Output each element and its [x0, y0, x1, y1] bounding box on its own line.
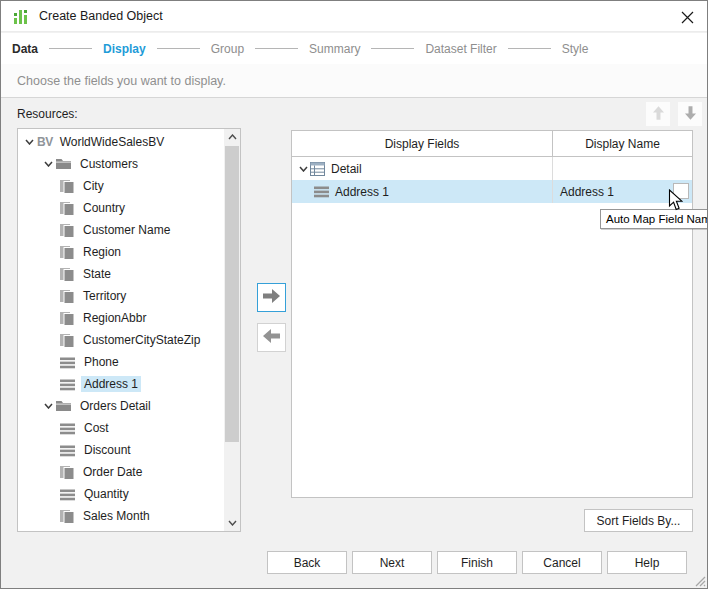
display-field-row-address-1[interactable]: Address 1Address 1: [292, 180, 692, 203]
chevron-down-icon[interactable]: [296, 166, 310, 172]
tree-item-label: Cost: [81, 420, 112, 436]
scroll-down-icon[interactable]: [224, 515, 240, 531]
display-name-cell[interactable]: Address 1: [553, 180, 692, 203]
step-separator: [255, 48, 298, 49]
detail-field-icon: [60, 444, 75, 457]
chevron-down-icon[interactable]: [41, 403, 56, 409]
dialog-title: Create Banded Object: [39, 9, 163, 23]
step-description-text: Choose the fields you want to display.: [17, 74, 226, 88]
dimension-field-icon: [60, 466, 74, 479]
resize-grip[interactable]: [694, 575, 706, 587]
tree-item-quantity[interactable]: Quantity: [18, 483, 224, 505]
detail-field-icon: [60, 378, 75, 391]
tree-item-label: Customers: [77, 156, 141, 172]
display-fields-table: Display Fields Display Name DetailAddres…: [291, 130, 693, 498]
tree-item-label: Quantity: [81, 486, 132, 502]
scrollbar-thumb[interactable]: [225, 146, 239, 442]
cancel-button[interactable]: Cancel: [522, 551, 602, 574]
tree-item-cost[interactable]: Cost: [18, 417, 224, 439]
close-icon[interactable]: [677, 7, 697, 27]
tree-item-region[interactable]: Region: [18, 241, 224, 263]
arrow-up-icon: [651, 105, 666, 124]
wizard-step-style[interactable]: Style: [562, 42, 589, 56]
tree-item-label: Discount: [81, 442, 134, 458]
detail-field-icon: [314, 185, 329, 198]
tree-item-address-1[interactable]: Address 1: [18, 373, 224, 395]
dimension-field-icon: [60, 290, 74, 303]
sort-fields-by-button[interactable]: Sort Fields By...: [584, 509, 693, 532]
wizard-step-data[interactable]: Data: [12, 42, 38, 56]
dimension-field-icon: [60, 334, 74, 347]
dimension-field-icon: [60, 180, 74, 193]
dimension-field-icon: [60, 312, 74, 325]
display-name-cell[interactable]: [553, 157, 692, 180]
tree-item-label: Territory: [80, 288, 129, 304]
tree-item-label: Order Date: [80, 464, 145, 480]
wizard-step-group[interactable]: Group: [211, 42, 244, 56]
arrow-right-icon: [262, 288, 281, 307]
tree-item-customer-name[interactable]: Customer Name: [18, 219, 224, 241]
tree-item-label: RegionAbbr: [80, 310, 149, 326]
tree-item-label: City: [80, 178, 107, 194]
move-down-button[interactable]: [678, 102, 702, 126]
display-field-row-detail[interactable]: Detail: [292, 157, 692, 180]
tree-item-orders-detail[interactable]: Orders Detail: [18, 395, 224, 417]
add-field-button[interactable]: [257, 283, 286, 312]
chevron-down-icon[interactable]: [22, 139, 37, 145]
tree-item-state[interactable]: State: [18, 263, 224, 285]
tree-item-city[interactable]: City: [18, 175, 224, 197]
back-button[interactable]: Back: [267, 551, 347, 574]
tree-scrollbar[interactable]: [224, 129, 240, 531]
folder-icon: [56, 400, 71, 412]
tree-item-label: CustomerCityStateZip: [80, 332, 203, 348]
step-description: Choose the fields you want to display.: [1, 64, 707, 98]
table-header-row: Display Fields Display Name: [292, 131, 692, 157]
dimension-field-icon: [60, 268, 74, 281]
display-field-cell: Detail: [292, 157, 553, 180]
arrow-left-icon: [262, 328, 281, 347]
tree-item-customercitystatezip[interactable]: CustomerCityStateZip: [18, 329, 224, 351]
help-button[interactable]: Help: [607, 551, 687, 574]
automap-tooltip: Auto Map Field Name: [600, 209, 708, 229]
step-separator: [157, 48, 200, 49]
tree-item-regionabbr[interactable]: RegionAbbr: [18, 307, 224, 329]
tree-item-sales-month[interactable]: Sales Month: [18, 505, 224, 527]
tree-item-label: State: [80, 266, 114, 282]
tree-item-label: Address 1: [81, 376, 141, 392]
tree-item-country[interactable]: Country: [18, 197, 224, 219]
step-separator: [49, 48, 92, 49]
wizard-step-summary[interactable]: Summary: [309, 42, 360, 56]
folder-icon: [56, 158, 71, 170]
tree-item-label: Customer Name: [80, 222, 173, 238]
wizard-step-display[interactable]: Display: [103, 42, 146, 56]
tree-item-discount[interactable]: Discount: [18, 439, 224, 461]
tree-item-phone[interactable]: Phone: [18, 351, 224, 373]
remove-field-button[interactable]: [257, 323, 286, 352]
detail-field-icon: [60, 488, 75, 501]
logi-report-app-icon: [13, 8, 30, 25]
tree-item-label: Phone: [81, 354, 122, 370]
tree-item-order-date[interactable]: Order Date: [18, 461, 224, 483]
dimension-field-icon: [60, 510, 74, 523]
display-field-label: Detail: [331, 162, 362, 176]
chevron-down-icon[interactable]: [41, 161, 56, 167]
tree-item-customers[interactable]: Customers: [18, 153, 224, 175]
bv-icon: BV: [37, 135, 53, 149]
column-header-display-fields: Display Fields: [292, 131, 553, 156]
dimension-field-icon: [60, 224, 74, 237]
display-field-cell: Address 1: [292, 180, 553, 203]
column-header-display-name: Display Name: [553, 131, 692, 156]
tree-item-label: Sales Month: [80, 508, 153, 524]
tree-item-territory[interactable]: Territory: [18, 285, 224, 307]
tree-item-label: Orders Detail: [77, 398, 154, 414]
auto-map-field-name-button[interactable]: [673, 183, 689, 199]
finish-button[interactable]: Finish: [437, 551, 517, 574]
next-button[interactable]: Next: [352, 551, 432, 574]
wizard-step-dataset-filter[interactable]: Dataset Filter: [425, 42, 496, 56]
tree-item-worldwidesalesbv[interactable]: BVWorldWideSalesBV: [18, 131, 224, 153]
wizard-steps: DataDisplayGroupSummaryDataset FilterSty…: [1, 33, 707, 64]
scroll-up-icon[interactable]: [224, 129, 240, 145]
move-up-button[interactable]: [646, 102, 670, 126]
arrow-down-icon: [683, 105, 698, 124]
detail-band-icon: [310, 162, 325, 176]
